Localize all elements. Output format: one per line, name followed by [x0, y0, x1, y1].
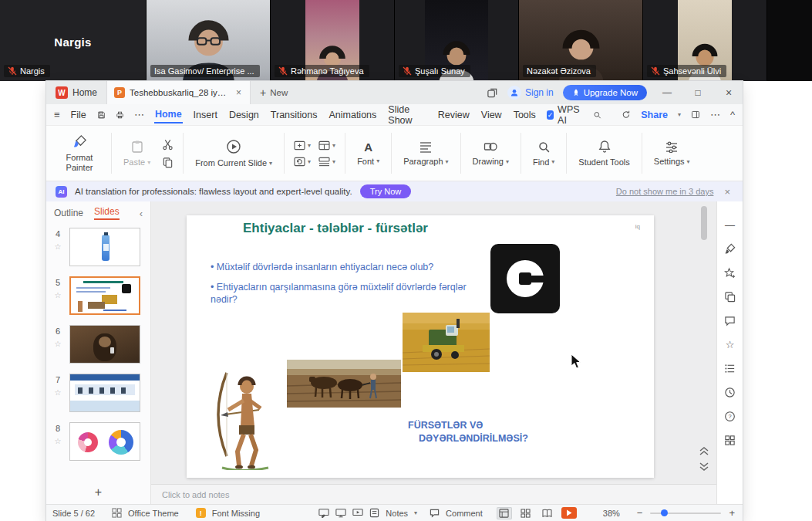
- star-icon[interactable]: ☆: [55, 388, 62, 397]
- format-brush-icon[interactable]: [724, 242, 736, 255]
- drawing-group-button[interactable]: Drawing▾: [467, 130, 514, 177]
- comment-button[interactable]: Comment: [446, 509, 483, 518]
- try-now-button[interactable]: Try Now: [360, 184, 412, 198]
- notes-dropdown-icon[interactable]: ▾: [414, 509, 417, 516]
- layout-layers-icon[interactable]: [724, 290, 736, 303]
- new-slide-button[interactable]: ▾: [294, 140, 311, 151]
- notes-area[interactable]: Click to add notes: [151, 484, 716, 504]
- slide-layout-button[interactable]: ▾: [318, 140, 335, 151]
- menu-tab-view[interactable]: View: [480, 107, 503, 123]
- slide-8-thumbnail[interactable]: [69, 422, 140, 461]
- zoom-out-button[interactable]: −: [635, 507, 645, 519]
- participant-tile-ulvi[interactable]: Şahsevənli Ülvi: [643, 0, 767, 81]
- menu-tab-tools[interactable]: Tools: [513, 107, 537, 123]
- hamburger-menu-icon[interactable]: ≡: [54, 109, 60, 120]
- next-slide-icon[interactable]: [699, 462, 709, 472]
- slide-thumbnail-row[interactable]: 7 ☆: [46, 374, 150, 412]
- sign-in-button[interactable]: Sign in: [507, 86, 554, 100]
- slide-5-canvas[interactable]: Ehtiyaclar - tələblər - fürsətlər iq • M…: [187, 215, 654, 478]
- theme-name[interactable]: Office Theme: [128, 509, 179, 518]
- format-painter-button[interactable]: Format Painter: [54, 130, 105, 177]
- reset-slide-button[interactable]: ▾: [294, 157, 311, 167]
- outline-list-icon[interactable]: [724, 362, 736, 374]
- paste-button[interactable]: Paste▾: [118, 138, 156, 168]
- copy-icon[interactable]: [162, 157, 174, 168]
- student-tools-button[interactable]: Student Tools: [573, 130, 635, 177]
- broadcast-icon[interactable]: [352, 508, 363, 518]
- star-icon[interactable]: ☆: [55, 242, 62, 251]
- cut-icon[interactable]: [162, 139, 174, 151]
- previous-slide-icon[interactable]: [699, 446, 709, 456]
- collapse-rail-icon[interactable]: —: [724, 218, 736, 231]
- search-icon[interactable]: [593, 110, 601, 120]
- menu-tab-home[interactable]: Home: [154, 106, 183, 123]
- sync-icon[interactable]: [622, 109, 631, 120]
- comment-icon[interactable]: [430, 508, 440, 518]
- menu-tab-design[interactable]: Design: [228, 107, 260, 123]
- participant-tile-isa[interactable]: Isa Gasimov/ Enterprise ...: [147, 0, 271, 81]
- settings-button[interactable]: Settings▾: [649, 130, 696, 177]
- new-tab-button[interactable]: + New: [251, 86, 297, 99]
- print-icon[interactable]: [116, 110, 124, 120]
- zoom-slider[interactable]: [650, 513, 721, 514]
- slide-5-thumbnail-selected[interactable]: [69, 276, 140, 315]
- wps-ai-toggle[interactable]: ✓ WPS AI: [547, 104, 584, 126]
- collapse-panel-icon[interactable]: ‹: [140, 208, 143, 219]
- menu-tab-animations[interactable]: Animations: [328, 107, 377, 123]
- more-tools-icon[interactable]: ⋯: [710, 109, 720, 120]
- notes-toggle[interactable]: Notes: [386, 509, 408, 518]
- slide-4-thumbnail[interactable]: [69, 228, 140, 266]
- font-group-button[interactable]: A Font▾: [352, 130, 385, 177]
- slides-tab[interactable]: Slides: [94, 206, 120, 220]
- maximize-button[interactable]: □: [687, 87, 709, 98]
- banner-dismiss-link[interactable]: Do not show me in 3 days: [616, 187, 714, 196]
- menu-tab-slide-show[interactable]: Slide Show: [387, 101, 426, 128]
- wps-home-tab[interactable]: W Home: [46, 81, 107, 104]
- slide-thumbnail-row[interactable]: 8 ☆: [46, 422, 150, 461]
- from-current-slide-button[interactable]: From Current Slide▾: [190, 130, 278, 177]
- menu-tab-transitions[interactable]: Transitions: [270, 107, 318, 123]
- add-slide-button[interactable]: +: [46, 481, 150, 504]
- find-group-button[interactable]: Find▾: [527, 130, 560, 177]
- participant-tile-sunay[interactable]: Şuşalı Sunay: [395, 0, 519, 81]
- banner-close-icon[interactable]: ×: [721, 186, 733, 198]
- slide-thumbnail-row[interactable]: 6 ☆: [46, 325, 150, 364]
- more-commands-icon[interactable]: ⋯: [134, 109, 144, 120]
- canvas-scrollbar[interactable]: [701, 206, 707, 240]
- participant-tile-nazakat[interactable]: Nəzakət Əzizova: [519, 0, 643, 81]
- participant-tile-nargis[interactable]: Nargis Nargis: [0, 0, 147, 81]
- window-layout-icon[interactable]: [487, 87, 498, 99]
- slideshow-play-button[interactable]: [561, 507, 577, 519]
- comment-panel-icon[interactable]: [724, 314, 736, 326]
- participant-tile-rahmana[interactable]: Rəhmanə Tağıyeva: [271, 0, 395, 81]
- slide-7-thumbnail[interactable]: [69, 374, 140, 412]
- help-icon[interactable]: ?: [724, 410, 736, 422]
- scrollbar-thumb[interactable]: [701, 206, 707, 240]
- document-tab[interactable]: P Teshebbuskarliq_28 iyul 202 ×: [107, 81, 251, 104]
- normal-view-button[interactable]: [497, 507, 512, 519]
- zoom-in-button[interactable]: +: [727, 507, 736, 519]
- collapse-ribbon-icon[interactable]: ^: [730, 109, 735, 120]
- reading-view-button[interactable]: [540, 507, 555, 519]
- close-tab-icon[interactable]: ×: [234, 87, 243, 98]
- slide-section-button[interactable]: ▾: [318, 157, 335, 167]
- share-dropdown-icon[interactable]: ▾: [678, 111, 681, 118]
- upgrade-now-button[interactable]: Upgrade Now: [563, 85, 647, 100]
- star-icon[interactable]: ☆: [55, 340, 62, 348]
- menu-tab-insert[interactable]: Insert: [193, 107, 218, 123]
- history-clock-icon[interactable]: [724, 386, 736, 398]
- favorites-star-icon[interactable]: ☆: [724, 338, 736, 350]
- star-icon[interactable]: ☆: [55, 437, 62, 445]
- zoom-slider-handle[interactable]: [661, 509, 668, 516]
- display-settings-icon[interactable]: [335, 508, 346, 518]
- menu-file[interactable]: File: [70, 107, 87, 123]
- minimize-button[interactable]: —: [656, 87, 678, 98]
- zoom-level[interactable]: 38%: [603, 509, 620, 518]
- animation-star-icon[interactable]: [724, 266, 736, 279]
- close-window-button[interactable]: ×: [718, 86, 740, 99]
- slide-thumbnail-row[interactable]: 4 ☆: [46, 228, 150, 266]
- font-missing-label[interactable]: Font Missing: [212, 509, 260, 518]
- slide-6-thumbnail[interactable]: [69, 325, 140, 364]
- outline-tab[interactable]: Outline: [54, 208, 83, 218]
- ink-annotate-icon[interactable]: [318, 508, 329, 518]
